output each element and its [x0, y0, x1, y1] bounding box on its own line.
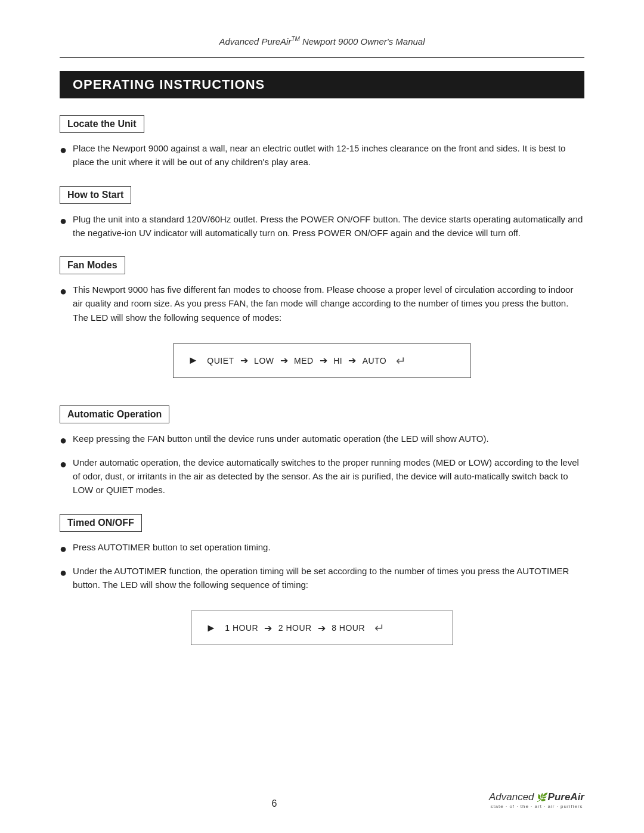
fan-diagram-inner: ► QUIET ➔ LOW ➔ MED ➔ HI ➔ AUTO ↵ [188, 354, 407, 368]
fan-mode-auto: AUTO [363, 356, 387, 366]
how-to-start-bullet1: ● Plug the unit into a standard 120V/60H… [60, 212, 584, 240]
automatic-operation-section: Automatic Operation ● Keep pressing the … [60, 405, 584, 497]
how-to-start-section: How to Start ● Plug the unit into a stan… [60, 186, 584, 240]
trademark: TM [291, 36, 299, 42]
timed-bullet2: ● Under the AUTOTIMER function, the oper… [60, 564, 584, 592]
arrow-icon-1: ➔ [240, 355, 249, 366]
auto-op-text2: Under automatic operation, the device au… [73, 456, 584, 497]
timer-1hour: 1 HOUR [225, 623, 258, 633]
fan-modes-label: Fan Modes [60, 256, 125, 274]
header-rest: Newport 9000 Owner's Manual [300, 36, 425, 47]
bullet-dot: ● [60, 141, 67, 159]
fan-mode-hi: HI [333, 356, 342, 366]
how-to-start-label: How to Start [60, 186, 131, 204]
fan-mode-diagram-container: ► QUIET ➔ LOW ➔ MED ➔ HI ➔ AUTO ↵ [60, 333, 584, 389]
fan-modes-bullet1: ● This Newport 9000 has five different f… [60, 283, 584, 324]
bullet-dot: ● [60, 212, 67, 230]
timer-diagram-container: ► 1 HOUR ➔ 2 HOUR ➔ 8 HOUR ↵ [60, 600, 584, 656]
auto-op-text1: Keep pressing the FAN button until the d… [73, 432, 489, 445]
fan-mode-med: MED [294, 356, 314, 366]
header-brand: Advanced PureAir [219, 36, 292, 47]
brand-name-row: Advanced 🌿 PureAir [489, 791, 584, 803]
how-to-start-text1: Plug the unit into a standard 120V/60Hz … [73, 212, 584, 240]
automatic-operation-label: Automatic Operation [60, 405, 169, 423]
divider [60, 57, 584, 58]
start-arrow-icon: ► [188, 354, 199, 367]
timer-start-arrow-icon: ► [206, 622, 216, 634]
page-number: 6 [60, 798, 489, 809]
auto-op-bullet2: ● Under automatic operation, the device … [60, 456, 584, 497]
fan-mode-quiet: QUIET [207, 356, 234, 366]
bullet-dot: ● [60, 455, 67, 473]
timed-text2: Under the AUTOTIMER function, the operat… [73, 564, 584, 592]
bullet-dot: ● [60, 431, 67, 450]
brand-tagline: state · of · the · art · air · purifiers [490, 804, 583, 809]
timer-8hour: 8 HOUR [332, 623, 365, 633]
timed-text1: Press AUTOTIMER button to set operation … [73, 540, 271, 554]
bullet-dot: ● [60, 540, 67, 558]
brand-advanced: Advanced [489, 791, 534, 803]
locate-unit-section: Locate the Unit ● Place the Newport 9000… [60, 115, 584, 169]
arrow-icon-2: ➔ [280, 355, 289, 366]
locate-unit-label: Locate the Unit [60, 115, 144, 133]
timer-diagram-inner: ► 1 HOUR ➔ 2 HOUR ➔ 8 HOUR ↵ [206, 621, 385, 635]
header-title: Advanced PureAirTM Newport 9000 Owner's … [60, 36, 584, 47]
fan-mode-diagram: ► QUIET ➔ LOW ➔ MED ➔ HI ➔ AUTO ↵ [173, 343, 471, 378]
timed-bullet1: ● Press AUTOTIMER button to set operatio… [60, 540, 584, 558]
timer-arrow-2: ➔ [318, 623, 326, 634]
timer-diagram: ► 1 HOUR ➔ 2 HOUR ➔ 8 HOUR ↵ [191, 611, 453, 645]
timer-return-icon: ↵ [374, 621, 385, 635]
locate-unit-bullet1: ● Place the Newport 9000 against a wall,… [60, 141, 584, 169]
arrow-icon-4: ➔ [348, 355, 357, 366]
auto-op-bullet1: ● Keep pressing the FAN button until the… [60, 432, 584, 450]
fan-modes-text1: This Newport 9000 has five different fan… [73, 283, 584, 324]
leaf-icon: 🌿 [536, 792, 546, 802]
page: Advanced PureAirTM Newport 9000 Owner's … [0, 0, 644, 833]
fan-modes-section: Fan Modes ● This Newport 9000 has five d… [60, 256, 584, 389]
locate-unit-text1: Place the Newport 9000 against a wall, n… [73, 141, 584, 169]
page-footer: 6 Advanced 🌿 PureAir state · of · the · … [0, 791, 644, 809]
bullet-dot: ● [60, 282, 67, 301]
bullet-dot: ● [60, 563, 67, 582]
brand-logo: Advanced 🌿 PureAir state · of · the · ar… [489, 791, 584, 809]
fan-mode-low: LOW [254, 356, 274, 366]
timer-2hour: 2 HOUR [278, 623, 312, 633]
timer-arrow-1: ➔ [264, 623, 273, 634]
section-title: OPERATING INSTRUCTIONS [60, 71, 584, 98]
brand-pureair: PureAir [548, 791, 584, 803]
timed-onoff-label: Timed ON/OFF [60, 514, 142, 532]
arrow-icon-3: ➔ [320, 355, 328, 366]
timed-onoff-section: Timed ON/OFF ● Press AUTOTIMER button to… [60, 514, 584, 657]
return-arrow-icon: ↵ [396, 354, 407, 368]
